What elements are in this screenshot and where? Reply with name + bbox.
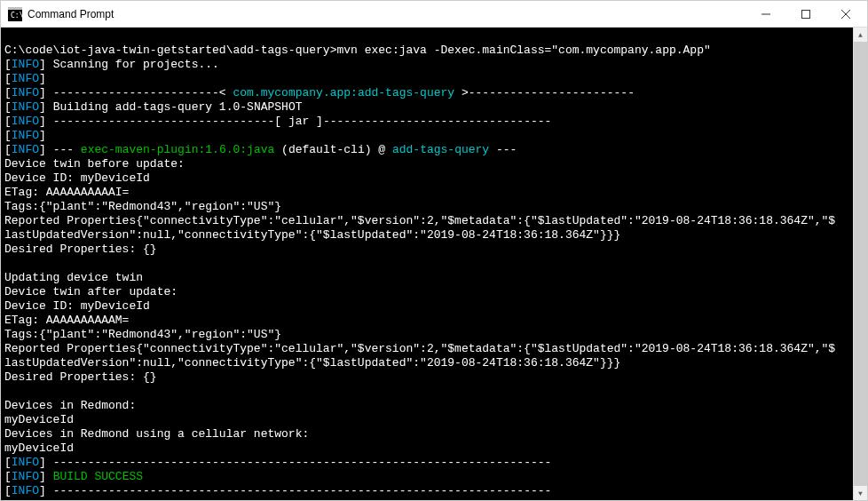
- output-line: myDeviceId: [4, 441, 74, 455]
- output-line: Desired Properties: {}: [4, 370, 157, 384]
- minimize-button[interactable]: [746, 1, 785, 27]
- command: mvn exec:java -Dexec.mainClass="com.myco…: [336, 44, 710, 57]
- output-line: Devices in Redmond:: [4, 399, 136, 412]
- output-line: Tags:{"plant":"Redmond43","region":"US"}: [4, 200, 281, 213]
- output-line: Building add-tags-query 1.0-SNAPSHOT: [53, 100, 303, 114]
- output-line: Device ID: myDeviceId: [4, 299, 150, 313]
- output-line: Devices in Redmond using a cellular netw…: [4, 427, 309, 441]
- close-button[interactable]: [825, 1, 865, 27]
- output-line: Updating device twin: [4, 271, 143, 284]
- output-line: Device ID: myDeviceId: [4, 171, 150, 185]
- output-line: lastUpdatedVersion":null,"connectivityTy…: [4, 228, 620, 242]
- output-line: Desired Properties: {}: [4, 243, 157, 256]
- plugin-name: exec-maven-plugin:1.6.0:java: [81, 143, 274, 156]
- svg-text:C:\: C:\: [11, 12, 22, 20]
- svg-rect-4: [801, 10, 809, 18]
- scroll-down-arrow[interactable]: ▼: [854, 486, 867, 500]
- output-line: Device twin after update:: [4, 285, 178, 298]
- window-titlebar: C:\ Command Prompt: [1, 1, 867, 28]
- output-line: Device twin before update:: [4, 157, 185, 171]
- cmd-icon: C:\: [8, 7, 22, 21]
- output-line: ETag: AAAAAAAAAAM=: [4, 314, 129, 327]
- window-controls: [746, 1, 865, 27]
- output-line: Reported Properties{"connectivityType":"…: [4, 342, 835, 355]
- scroll-thumb[interactable]: [854, 42, 867, 486]
- output-line: Reported Properties{"connectivityType":"…: [4, 214, 835, 227]
- vertical-scrollbar[interactable]: ▲ ▼: [853, 28, 867, 500]
- window-title: Command Prompt: [28, 8, 746, 20]
- build-success: BUILD SUCCESS: [53, 470, 143, 483]
- artifact-id: com.mycompany.app:add-tags-query: [233, 86, 454, 99]
- scroll-up-arrow[interactable]: ▲: [854, 28, 867, 42]
- output-line: ETag: AAAAAAAAAAI=: [4, 186, 129, 199]
- output-line: Tags:{"plant":"Redmond43","region":"US"}: [4, 328, 281, 341]
- terminal-output[interactable]: C:\code\iot-java-twin-getstarted\add-tag…: [1, 28, 853, 500]
- output-line: Scanning for projects...: [53, 58, 219, 71]
- output-line: myDeviceId: [4, 413, 74, 426]
- output-line: lastUpdatedVersion":null,"connectivityTy…: [4, 356, 620, 370]
- info-tag: INFO: [12, 58, 39, 71]
- maximize-button[interactable]: [785, 1, 825, 27]
- total-time: Total time: 2.523 s: [53, 498, 192, 500]
- svg-rect-1: [8, 7, 22, 10]
- prompt: C:\code\iot-java-twin-getstarted\add-tag…: [4, 44, 336, 57]
